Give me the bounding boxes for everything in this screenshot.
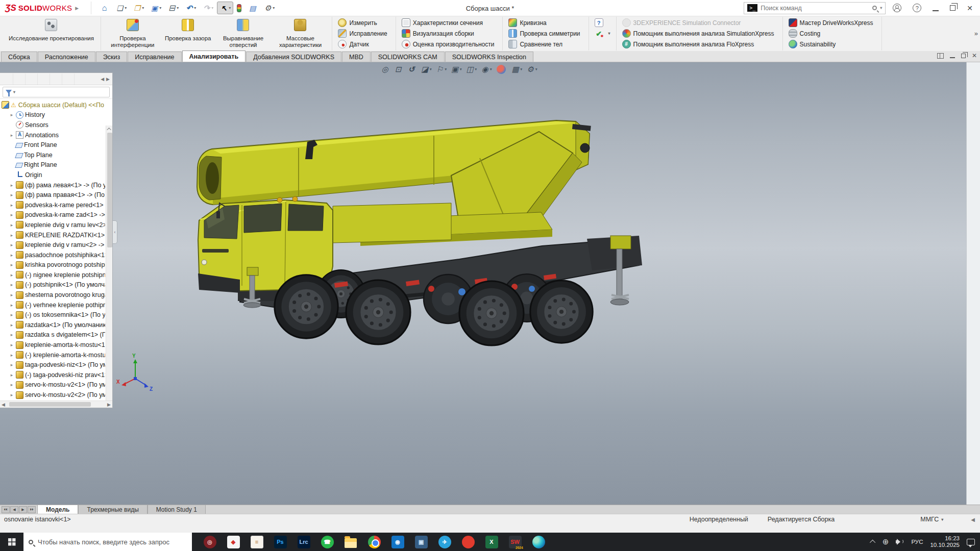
- task-pane-button[interactable]: [969, 117, 978, 126]
- quick-tool-button[interactable]: ▾: [113, 2, 129, 14]
- tray-expand-icon[interactable]: [870, 540, 875, 545]
- heads-up-button[interactable]: [496, 64, 507, 75]
- close-button[interactable]: ✕: [967, 5, 973, 12]
- command-search-input[interactable]: [761, 5, 869, 12]
- quick-tool-button[interactable]: ▾: [182, 2, 199, 14]
- clock[interactable]: 16:23 10.10.2025: [930, 535, 960, 548]
- tree-item[interactable]: ▸ (-) os tokosemnika<1> (По ум: [2, 310, 105, 320]
- ribbon-button[interactable]: Помощник выполнения анализа SimulationXp…: [620, 28, 779, 39]
- expand-arrow-icon[interactable]: ▸: [9, 253, 14, 258]
- quick-tool-button[interactable]: ▾: [148, 2, 164, 14]
- doc-close-icon[interactable]: ✕: [972, 53, 977, 59]
- panel-tab[interactable]: [13, 73, 26, 85]
- task-pane-button[interactable]: [969, 131, 978, 140]
- ribbon-button[interactable]: Исследование проектирования: [5, 17, 97, 46]
- windows-search[interactable]: [23, 533, 192, 551]
- taskbar-app[interactable]: ☎: [315, 533, 339, 551]
- command-tab[interactable]: Исправление: [128, 52, 181, 62]
- command-tab[interactable]: Добавления SOLIDWORKS: [246, 52, 341, 62]
- command-tab[interactable]: Анализировать: [182, 51, 246, 62]
- tree-item[interactable]: ▸ (ф) рама левая<1> -> (По ум: [2, 180, 105, 190]
- logo-expand-icon[interactable]: ▶: [75, 6, 79, 11]
- expand-arrow-icon[interactable]: ▸: [9, 183, 14, 188]
- ribbon-button[interactable]: Кривизна: [506, 17, 585, 28]
- panel-tab-scroll-left-icon[interactable]: ◀: [101, 77, 104, 82]
- status-collapse-icon[interactable]: ◀: [971, 517, 975, 522]
- ribbon-button[interactable]: Массовые характеристики: [272, 17, 329, 51]
- quick-tool-button[interactable]: [246, 2, 260, 14]
- expand-arrow-icon[interactable]: ▸: [9, 372, 14, 378]
- scroll-right-icon[interactable]: ▶: [107, 402, 111, 407]
- ribbon-button[interactable]: 3DEXPERIENCE Simulation Connector: [620, 17, 779, 28]
- ribbon-button[interactable]: Визуализация сборки: [399, 28, 500, 39]
- expand-arrow-icon[interactable]: ▸: [9, 292, 14, 297]
- task-pane-button[interactable]: [969, 103, 978, 112]
- doc-tab[interactable]: Модель: [37, 505, 78, 514]
- viewport-3d[interactable]: Y X Z: [0, 62, 980, 505]
- quick-tool-button[interactable]: ▾: [217, 2, 233, 14]
- tree-item[interactable]: ▸ kreplenie dvig v ramu lev<2> -: [2, 220, 105, 230]
- heads-up-button[interactable]: ▾: [480, 65, 492, 74]
- taskbar-app[interactable]: ◉: [386, 533, 409, 551]
- expand-arrow-icon[interactable]: ▸: [9, 262, 14, 267]
- quick-tool-button[interactable]: [97, 2, 112, 14]
- tree-item[interactable]: ▸ shesterna povorotnogo kruga<: [2, 290, 105, 300]
- crane-truck-model[interactable]: [197, 120, 642, 345]
- expand-arrow-icon[interactable]: ▸: [9, 342, 14, 347]
- panel-collapse-handle[interactable]: ‹: [113, 220, 117, 244]
- taskbar-app[interactable]: [456, 533, 480, 551]
- expand-arrow-icon[interactable]: ▸: [9, 233, 14, 238]
- taskbar-app[interactable]: ◆: [222, 533, 245, 551]
- expand-arrow-icon[interactable]: ▸: [9, 282, 14, 287]
- doc-tab[interactable]: Motion Study 1: [148, 505, 206, 514]
- prev-tab-icon[interactable]: ◀: [10, 506, 18, 513]
- quick-tool-button[interactable]: ▾: [261, 2, 277, 14]
- expand-arrow-icon[interactable]: ▸: [9, 303, 14, 308]
- taskbar-app[interactable]: Lrc: [292, 533, 315, 551]
- heads-up-button[interactable]: ▾: [465, 65, 477, 74]
- ribbon-button[interactable]: Измерить: [335, 17, 392, 28]
- filter-dropdown-icon[interactable]: ▾: [13, 90, 15, 94]
- minimize-button[interactable]: [933, 5, 939, 11]
- expand-arrow-icon[interactable]: ▸: [9, 392, 14, 397]
- tree-item[interactable]: ▸ krishka povorotnogo potshipn: [2, 260, 105, 270]
- tree-item[interactable]: ▸ History: [2, 110, 105, 120]
- tree-item[interactable]: ▸ pasadochnoe potshiphika<1>: [2, 250, 105, 260]
- doc-tab[interactable]: Трехмерные виды: [78, 505, 147, 514]
- tree-item[interactable]: ▸ taga-podveski-niz<1> (По ум: [2, 360, 105, 370]
- quick-tool-button[interactable]: [234, 2, 244, 14]
- doc-minimize-icon[interactable]: [950, 53, 955, 58]
- tree-item[interactable]: ▸ Annotations: [2, 130, 105, 140]
- ribbon-button[interactable]: Проверка зазора: [161, 17, 215, 46]
- taskbar-app[interactable]: ✈: [433, 533, 456, 551]
- taskbar-app[interactable]: SW 2024: [503, 533, 527, 551]
- unit-system-selector[interactable]: ММГС ▾: [920, 516, 943, 523]
- tree-item[interactable]: ▸ (-) nignee kreplenie potshipnik: [2, 270, 105, 280]
- tree-item[interactable]: ▸ podveska-k-rame pered<1> ->: [2, 200, 105, 210]
- ribbon-button[interactable]: Проверка интерференции: [104, 17, 161, 51]
- user-account-icon[interactable]: [893, 4, 901, 12]
- tree-item[interactable]: Right Plane: [2, 160, 105, 170]
- tree-item[interactable]: ▸ servo-k-mostu-v2<2> (По умо: [2, 390, 105, 400]
- heads-up-button[interactable]: [407, 65, 416, 74]
- last-tab-icon[interactable]: ⏵⏵: [28, 506, 36, 513]
- expand-arrow-icon[interactable]: ▸: [9, 382, 14, 387]
- task-pane-button[interactable]: [969, 89, 978, 98]
- ribbon-button[interactable]: Сравнение тел: [506, 39, 585, 49]
- tree-item[interactable]: ▸ razdatka<1> (По умолчанию): [2, 320, 105, 330]
- first-tab-icon[interactable]: ⏴⏴: [2, 506, 10, 513]
- command-tab[interactable]: Сборка: [1, 52, 37, 62]
- expand-arrow-icon[interactable]: ▸: [9, 322, 14, 328]
- ribbon-button[interactable]: Датчик: [335, 39, 392, 49]
- ribbon-button[interactable]: Помощник выполнения анализа FloXpress: [620, 39, 779, 49]
- ribbon-button[interactable]: Sustainability: [786, 39, 878, 49]
- panel-tab-scroll-right-icon[interactable]: ▶: [106, 77, 110, 82]
- ribbon-button[interactable]: Исправление: [335, 28, 392, 39]
- expand-arrow-icon[interactable]: ▸: [9, 332, 14, 337]
- hscrollbar-thumb[interactable]: [9, 402, 91, 407]
- expand-arrow-icon[interactable]: ▸: [9, 192, 14, 197]
- heads-up-button[interactable]: ▾: [511, 65, 523, 74]
- heads-up-button[interactable]: [394, 65, 403, 74]
- taskbar-app[interactable]: [362, 533, 386, 551]
- panel-tab[interactable]: [26, 73, 38, 85]
